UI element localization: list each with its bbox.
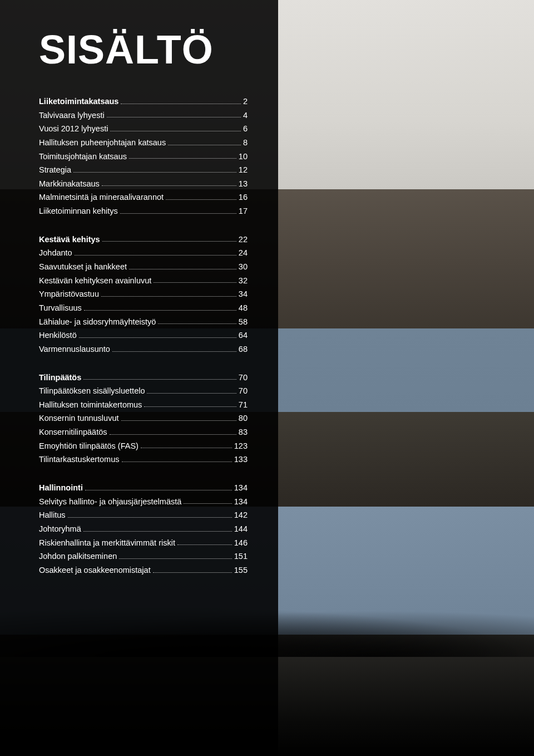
toc-leader: [73, 172, 236, 173]
toc-entry-label: Henkilöstö: [39, 328, 77, 342]
toc-entry-label: Ympäristövastuu: [39, 287, 99, 301]
toc-entry-page: 80: [239, 411, 248, 425]
toc-entry-page: 64: [239, 328, 248, 342]
toc-entry: Talvivaara lyhyesti4: [39, 109, 248, 122]
toc-entry-page: 71: [239, 398, 248, 412]
toc-entry-page: 68: [239, 342, 248, 356]
page-title: SISÄLTÖ: [39, 27, 248, 72]
toc-leader: [107, 117, 241, 117]
toc-entry-page: 12: [239, 163, 248, 177]
toc-leader: [168, 145, 241, 145]
toc-section: Kestävä kehitys22Johdanto24Saavutukset j…: [39, 233, 248, 356]
toc-entry-label: Vuosi 2012 lyhyesti: [39, 122, 108, 136]
toc-entry-page: 70: [239, 384, 248, 398]
toc-header-page: 134: [234, 481, 248, 495]
toc-leader: [84, 310, 236, 311]
toc-leader: [79, 337, 236, 338]
toc-leader: [184, 503, 232, 504]
toc-entry: Hallitus142: [39, 508, 248, 522]
toc-entry-label: Turvallisuus: [39, 301, 82, 315]
toc-entry-label: Hallituksen toimintakertomus: [39, 398, 142, 412]
toc-entry: Johtoryhmä144: [39, 522, 248, 536]
toc-entry: Riskienhallinta ja merkittävimmät riskit…: [39, 536, 248, 550]
toc-entry-page: 8: [243, 136, 248, 150]
toc-entry: Tilintarkastuskertomus133: [39, 453, 248, 467]
toc-leader: [144, 406, 236, 407]
toc-leader: [121, 420, 236, 421]
toc-leader: [129, 158, 236, 159]
toc-entry-label: Tilintarkastuskertomus: [39, 453, 120, 467]
toc-leader: [83, 379, 236, 380]
toc-section: Hallinnointi134Selvitys hallinto- ja ohj…: [39, 481, 248, 577]
toc-entry-page: 144: [234, 522, 248, 536]
toc-entry: Markkinakatsaus13: [39, 177, 248, 191]
toc-entry-page: 134: [234, 495, 248, 509]
toc-entry: Hallituksen toimintakertomus71: [39, 398, 248, 412]
toc-entry: Turvallisuus48: [39, 301, 248, 315]
toc-leader: [83, 531, 232, 532]
toc-entry: Selvitys hallinto- ja ohjausjärjestelmäs…: [39, 495, 248, 509]
toc-header-page: 2: [243, 95, 248, 109]
toc-section-header: Tilinpäätös70: [39, 371, 248, 385]
toc-section: Tilinpäätös70Tilinpäätöksen sisällysluet…: [39, 371, 248, 467]
toc-entry-page: 16: [239, 190, 248, 204]
toc-entry-label: Johdanto: [39, 246, 72, 260]
toc-entry-page: 58: [239, 315, 248, 329]
toc-entry-label: Johtoryhmä: [39, 522, 81, 536]
toc-entry-label: Liiketoiminnan kehitys: [39, 204, 118, 218]
toc-entry-page: 10: [239, 150, 248, 164]
toc-header-page: 70: [239, 371, 248, 385]
toc-leader: [158, 323, 236, 324]
toc-entry-page: 32: [239, 274, 248, 288]
toc-leader: [147, 393, 236, 394]
toc-header-label: Hallinnointi: [39, 481, 83, 495]
toc-leader: [101, 296, 236, 297]
toc-header-label: Kestävä kehitys: [39, 233, 100, 247]
toc-entry-page: 155: [234, 563, 248, 577]
toc-entry-label: Emoyhtiön tilinpäätös (FAS): [39, 439, 139, 453]
toc-entry: Ympäristövastuu34: [39, 287, 248, 301]
toc-entry-label: Strategia: [39, 163, 71, 177]
toc-section-header: Liiketoimintakatsaus2: [39, 95, 248, 109]
toc-entry: Lähialue- ja sidosryhmäyhteistyö58: [39, 315, 248, 329]
toc-entry: Saavutukset ja hankkeet30: [39, 260, 248, 274]
toc-entry-page: 146: [234, 536, 248, 550]
toc-section-header: Hallinnointi134: [39, 481, 248, 495]
toc-entry: Vuosi 2012 lyhyesti6: [39, 122, 248, 136]
toc-sections: Liiketoimintakatsaus2Talvivaara lyhyesti…: [39, 95, 248, 577]
toc-entry-label: Talvivaara lyhyesti: [39, 109, 105, 122]
toc-leader: [119, 558, 232, 559]
toc-header-label: Liiketoimintakatsaus: [39, 95, 118, 109]
toc-entry-page: 48: [239, 301, 248, 315]
toc-entry: Malminetsintä ja mineraalivarannot16: [39, 190, 248, 204]
toc-entry-label: Osakkeet ja osakkeenomistajat: [39, 563, 151, 577]
toc-section: Liiketoimintakatsaus2Talvivaara lyhyesti…: [39, 95, 248, 218]
toc-entry: Osakkeet ja osakkeenomistajat155: [39, 563, 248, 577]
toc-leader: [102, 241, 236, 242]
toc-entry-page: 4: [243, 109, 248, 122]
toc-entry-label: Tilinpäätöksen sisällysluettelo: [39, 384, 145, 398]
toc-leader: [120, 213, 236, 214]
toc-leader: [122, 462, 232, 462]
toc-leader: [68, 517, 232, 518]
toc-panel: SISÄLTÖ Liiketoimintakatsaus2Talvivaara …: [0, 0, 278, 756]
toc-entry-page: 133: [234, 453, 248, 467]
toc-entry-label: Riskienhallinta ja merkittävimmät riskit: [39, 536, 175, 550]
toc-leader: [85, 490, 232, 490]
toc-leader: [110, 131, 241, 131]
toc-header-label: Tilinpäätös: [39, 371, 81, 385]
toc-leader: [166, 199, 236, 200]
toc-entry-label: Toimitusjohtajan katsaus: [39, 150, 127, 164]
toc-leader: [102, 185, 236, 186]
toc-entry-page: 34: [239, 287, 248, 301]
toc-entry: Liiketoiminnan kehitys17: [39, 204, 248, 218]
toc-entry-label: Varmennuslausunto: [39, 342, 110, 356]
toc-leader: [141, 448, 232, 448]
toc-entry-page: 13: [239, 177, 248, 191]
toc-entry-page: 151: [234, 549, 248, 563]
toc-entry-page: 123: [234, 439, 248, 453]
toc-leader: [110, 434, 236, 435]
toc-entry: Konsernitilinpäätös83: [39, 425, 248, 439]
toc-entry: Kestävän kehityksen avainluvut32: [39, 274, 248, 288]
toc-entry-page: 142: [234, 508, 248, 522]
